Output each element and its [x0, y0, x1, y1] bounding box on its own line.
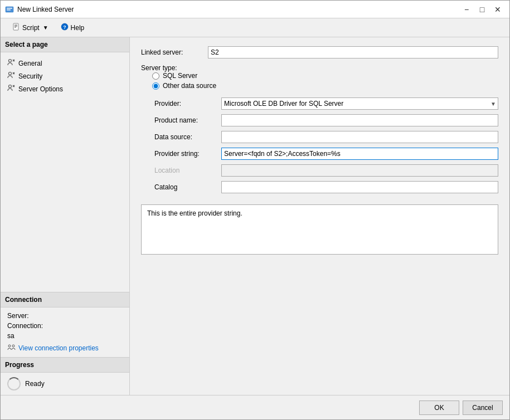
location-label: Location [154, 167, 221, 174]
sidebar-item-server-options[interactable]: Server Options [1, 82, 129, 95]
connection-section-label: Connection [1, 292, 129, 307]
progress-status: Ready [25, 380, 45, 388]
script-dropdown[interactable]: Script ▼ [7, 21, 54, 35]
provider-section: Provider: Microsoft OLE DB Driver for SQ… [154, 97, 498, 198]
view-conn-text: View connection properties [18, 344, 99, 352]
connection-info: Server: Connection: sa [1, 307, 129, 357]
other-data-source-radio[interactable] [152, 82, 159, 90]
linked-server-row: Linked server: [141, 46, 498, 58]
app-icon [5, 5, 14, 14]
sql-server-radio[interactable] [152, 72, 159, 80]
connection-row: Connection: [7, 322, 123, 330]
title-bar: New Linked Server − □ ✕ [1, 1, 509, 18]
product-name-label: Product name: [154, 116, 221, 124]
close-button[interactable]: ✕ [490, 3, 505, 16]
svg-rect-1 [7, 8, 12, 9]
script-dropdown-arrow: ▼ [43, 25, 48, 31]
progress-spinner [7, 377, 21, 390]
footer: OK Cancel [1, 395, 509, 419]
sidebar-item-security[interactable]: Security [1, 70, 129, 82]
progress-section-label: Progress [1, 357, 129, 373]
data-source-row: Data source: [154, 131, 498, 143]
provider-label: Provider: [154, 100, 221, 108]
location-row: Location [154, 164, 498, 177]
window-controls: − □ ✕ [459, 3, 505, 16]
product-name-input[interactable] [221, 114, 498, 126]
ok-button[interactable]: OK [419, 401, 459, 415]
content-area: Select a page General [1, 37, 509, 395]
server-row: Server: [7, 312, 123, 320]
connection-value: sa [7, 332, 14, 340]
view-conn-icon [7, 343, 16, 353]
provider-string-label: Provider string: [154, 150, 221, 158]
provider-row: Provider: Microsoft OLE DB Driver for SQ… [154, 97, 498, 110]
help-icon: ? [61, 23, 69, 32]
progress-section: Progress Ready [1, 357, 129, 395]
other-data-source-option: Other data source [152, 82, 498, 90]
description-box: This is the entire provider string. [141, 204, 498, 255]
svg-point-19 [12, 345, 14, 347]
script-label: Script [22, 24, 40, 32]
svg-point-15 [9, 85, 12, 88]
help-label: Help [71, 24, 85, 32]
cancel-button[interactable]: Cancel [463, 401, 503, 415]
connection-value-row: sa [7, 332, 123, 340]
progress-content: Ready [1, 373, 129, 395]
catalog-input[interactable] [221, 181, 498, 193]
sidebar-connection: Connection Server: Connection: sa [1, 292, 129, 357]
view-connection-link[interactable]: View connection properties [7, 343, 123, 353]
server-options-icon [7, 84, 15, 94]
provider-string-row: Provider string: [154, 148, 498, 160]
connection-label: Connection: [7, 322, 43, 330]
svg-point-12 [9, 72, 12, 75]
window-title: New Linked Server [17, 6, 459, 13]
provider-string-input[interactable] [221, 148, 498, 160]
main-form: Linked server: Server type: SQL Server O… [130, 37, 509, 395]
maximize-button[interactable]: □ [475, 3, 489, 16]
provider-select[interactable]: Microsoft OLE DB Driver for SQL Server M… [221, 97, 498, 110]
script-button[interactable]: Script ▼ [7, 21, 54, 35]
radio-group: SQL Server Other data source [141, 72, 498, 90]
linked-server-input[interactable] [208, 46, 498, 58]
svg-point-9 [9, 60, 12, 62]
catalog-label: Catalog [154, 183, 221, 191]
svg-rect-2 [7, 9, 11, 11]
server-label: Server: [7, 312, 29, 320]
sql-server-label: SQL Server [163, 72, 197, 80]
sidebar-item-security-label: Security [18, 72, 42, 80]
data-source-label: Data source: [154, 133, 221, 141]
sql-server-option: SQL Server [152, 72, 498, 80]
help-button[interactable]: ? Help [56, 21, 90, 35]
server-type-section: Server type: SQL Server Other data sourc… [141, 64, 498, 90]
linked-server-label: Linked server: [141, 48, 208, 56]
data-source-input[interactable] [221, 131, 498, 143]
server-type-label: Server type: [141, 64, 208, 72]
other-data-source-label: Other data source [163, 82, 216, 90]
catalog-row: Catalog [154, 181, 498, 193]
select-page-label: Select a page [1, 37, 129, 52]
sidebar-item-server-options-label: Server Options [18, 85, 63, 93]
main-window: New Linked Server − □ ✕ Script ▼ [0, 0, 510, 420]
svg-text:?: ? [63, 25, 66, 30]
product-name-row: Product name: [154, 114, 498, 126]
sidebar-item-general-label: General [18, 60, 42, 67]
description-text: This is the entire provider string. [147, 209, 242, 217]
toolbar: Script ▼ ? Help [1, 18, 509, 37]
svg-point-18 [8, 345, 11, 347]
location-input[interactable] [221, 164, 498, 177]
svg-rect-3 [13, 23, 18, 30]
sidebar-pages: General Security [1, 52, 129, 100]
sidebar-item-general[interactable]: General [1, 57, 129, 70]
general-icon [7, 58, 15, 68]
script-icon [12, 23, 20, 32]
sidebar: Select a page General [1, 37, 130, 395]
security-icon [7, 71, 15, 81]
provider-select-wrapper: Microsoft OLE DB Driver for SQL Server M… [221, 97, 498, 110]
minimize-button[interactable]: − [459, 3, 474, 16]
